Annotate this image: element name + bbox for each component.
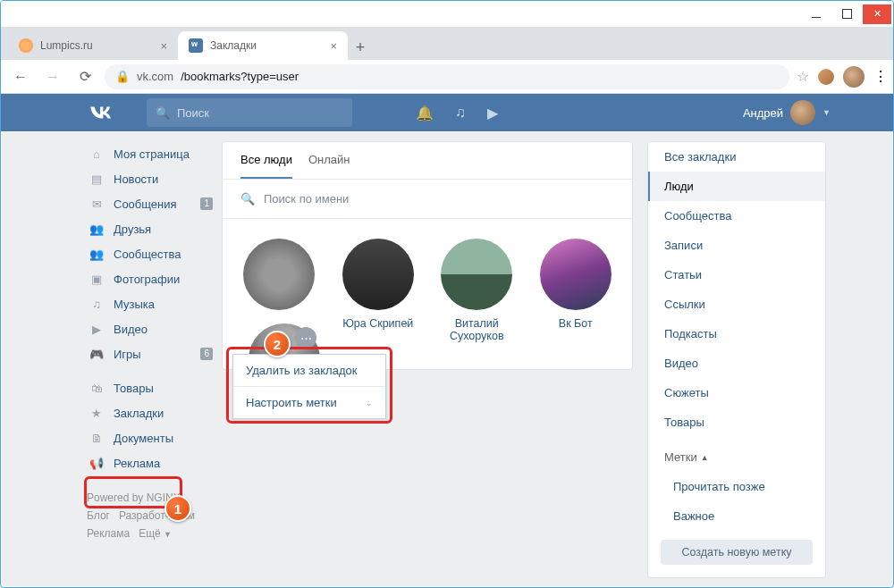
annotation-callout-2: 2	[264, 331, 291, 357]
person-card[interactable]: Вк Бот	[537, 239, 615, 342]
vk-search-input[interactable]: 🔍 Поиск	[147, 98, 352, 127]
nav-friends[interactable]: 👥Друзья	[87, 216, 207, 241]
footer-ads-link[interactable]: Реклама	[87, 527, 130, 540]
new-tab-button[interactable]: +	[348, 35, 373, 60]
tab-close-icon[interactable]: ×	[160, 39, 167, 53]
nav-label: Друзья	[114, 223, 151, 236]
filter-goods[interactable]: Товары	[648, 407, 825, 437]
search-icon: 🔍	[156, 106, 170, 120]
person-card[interactable]: Юра Скрипей	[340, 239, 417, 342]
nav-label: Сообщества	[114, 248, 181, 261]
address-bar[interactable]: 🔒 vk.com/bookmarks?type=user	[105, 64, 789, 89]
extension-icon[interactable]	[818, 69, 834, 85]
filter-people[interactable]: Люди	[648, 172, 825, 201]
person-card[interactable]: Виталий Сухоруков	[438, 239, 516, 342]
favicon-icon	[19, 38, 33, 53]
name-search-input[interactable]: 🔍 Поиск по имени	[223, 180, 632, 219]
create-tag-button[interactable]: Создать новую метку	[661, 540, 813, 565]
person-name: Вк Бот	[537, 317, 615, 330]
bookmarks-icon: ★	[89, 407, 105, 420]
nav-documents[interactable]: 🗎Документы	[87, 425, 207, 450]
filter-all[interactable]: Все закладки	[648, 142, 825, 172]
nav-label: Игры	[114, 348, 141, 361]
filter-articles[interactable]: Статьи	[648, 260, 825, 290]
window-minimize-button[interactable]	[802, 4, 831, 24]
window-close-button[interactable]	[863, 4, 891, 24]
filter-communities[interactable]: Сообщества	[648, 201, 825, 231]
photos-icon: ▣	[89, 273, 105, 286]
notifications-icon[interactable]: 🔔	[416, 105, 434, 122]
vk-user-menu[interactable]: Андрей ▼	[743, 100, 831, 125]
person-avatar	[243, 239, 315, 310]
vk-header: 🔍 Поиск 🔔 ♫ ▶ Андрей ▼	[1, 94, 893, 131]
nav-my-page[interactable]: ⌂Моя страница	[87, 141, 207, 166]
nav-label: Музыка	[114, 298, 155, 311]
nav-ads[interactable]: 📢Реклама	[87, 450, 207, 475]
search-placeholder: Поиск по имени	[264, 192, 349, 206]
more-icon[interactable]: ⋯	[295, 327, 316, 349]
music-icon[interactable]: ♫	[455, 105, 466, 122]
tab-close-icon[interactable]: ×	[330, 39, 337, 53]
filter-tags-header[interactable]: Метки▲	[648, 442, 825, 472]
left-nav: ⌂Моя страница ▤Новости ✉Сообщения1 👥Друз…	[87, 132, 207, 540]
nav-communities[interactable]: 👥Сообщества	[87, 241, 207, 266]
remove-bookmark-item[interactable]: Удалить из закладок	[233, 355, 385, 387]
vk-logo-icon[interactable]	[86, 99, 113, 126]
communities-icon: 👥	[89, 248, 105, 261]
ads-icon: 📢	[89, 457, 105, 470]
filter-tag-important[interactable]: Важное	[648, 501, 825, 531]
filter-tag-later[interactable]: Прочитать позже	[648, 472, 825, 501]
filter-stories[interactable]: Сюжеты	[648, 378, 825, 407]
window-titlebar	[1, 1, 893, 28]
nav-label: Фотографии	[114, 273, 180, 286]
filter-podcasts[interactable]: Подкасты	[648, 319, 825, 349]
reload-button[interactable]: ⟳	[72, 64, 97, 89]
bookmark-star-icon[interactable]: ☆	[797, 68, 809, 85]
configure-tags-item[interactable]: Настроить метки ⌄	[233, 387, 385, 418]
nav-label: Моя страница	[114, 147, 190, 161]
messages-icon: ✉	[89, 197, 105, 211]
documents-icon: 🗎	[89, 432, 105, 445]
badge: 1	[200, 197, 213, 210]
person-avatar	[342, 239, 414, 310]
person-avatar	[540, 239, 611, 310]
filter-posts[interactable]: Записи	[648, 231, 825, 260]
tab-title: Закладки	[210, 39, 257, 52]
window-maximize-button[interactable]	[832, 4, 861, 24]
nav-music[interactable]: ♫Музыка	[87, 291, 207, 316]
filter-video[interactable]: Видео	[648, 349, 825, 378]
chevron-up-icon: ▲	[701, 453, 709, 462]
tab-online[interactable]: Онлайн	[308, 153, 350, 179]
footer-blog-link[interactable]: Блог	[87, 509, 110, 522]
menu-label: Настроить метки	[246, 396, 337, 409]
browser-tab-vk-bookmarks[interactable]: Закладки ×	[178, 31, 348, 60]
browser-tab-lumpics[interactable]: Lumpics.ru ×	[8, 31, 178, 60]
nav-messages[interactable]: ✉Сообщения1	[87, 191, 207, 216]
nav-bookmarks[interactable]: ★Закладки	[87, 400, 207, 425]
nav-games[interactable]: 🎮Игры6	[87, 341, 207, 366]
person-name: Виталий Сухоруков	[438, 317, 516, 342]
nav-news[interactable]: ▤Новости	[87, 166, 207, 191]
favicon-icon	[189, 38, 203, 53]
nav-goods[interactable]: 🛍Товары	[87, 375, 207, 400]
footer-more-link[interactable]: Ещё ▼	[139, 527, 172, 540]
search-icon: 🔍	[240, 192, 255, 206]
forward-button[interactable]: →	[40, 64, 65, 89]
annotation-callout-1: 1	[164, 495, 191, 522]
filter-links[interactable]: Ссылки	[648, 290, 825, 319]
browser-menu-icon[interactable]: ⋮	[873, 68, 886, 85]
nav-photos[interactable]: ▣Фотографии	[87, 266, 207, 291]
back-button[interactable]: ←	[8, 64, 33, 89]
tab-all-people[interactable]: Все люди	[240, 153, 292, 179]
tab-title: Lumpics.ru	[40, 39, 93, 52]
play-icon[interactable]: ▶	[487, 105, 498, 122]
games-icon: 🎮	[89, 348, 105, 361]
nav-label: Товары	[114, 382, 154, 395]
nav-label: Сообщения	[114, 197, 177, 211]
bookmark-context-menu: Удалить из закладок Настроить метки ⌄	[232, 354, 386, 419]
nav-label: Новости	[114, 172, 158, 186]
user-avatar-icon	[790, 100, 815, 125]
nav-video[interactable]: ▶Видео	[87, 316, 207, 341]
chevron-down-icon: ▼	[164, 530, 172, 539]
browser-profile-icon[interactable]	[843, 66, 864, 88]
